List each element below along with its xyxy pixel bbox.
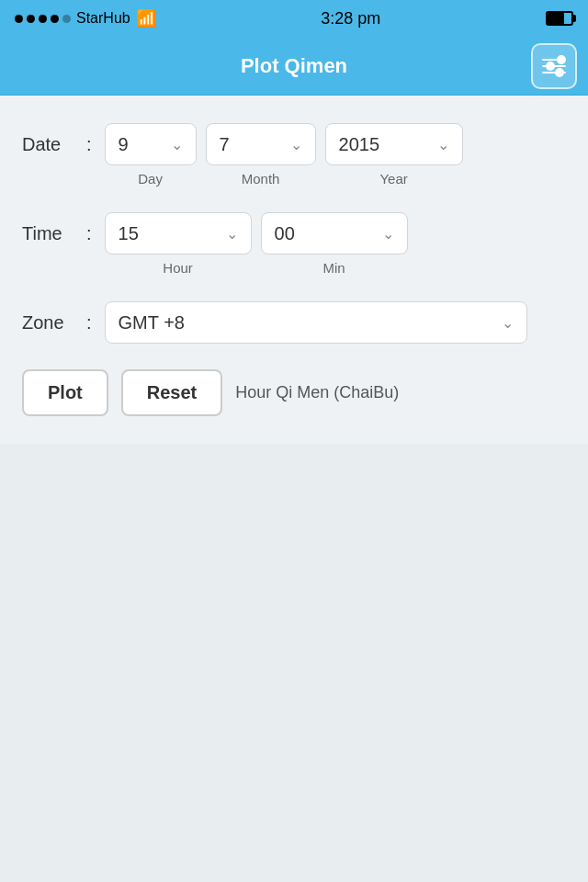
month-picker: 7 ⌄ Month — [206, 123, 316, 187]
status-right — [546, 11, 573, 26]
zone-value: GMT +8 — [119, 312, 185, 334]
signal-dot-4 — [51, 15, 59, 23]
method-label: Hour Qi Men (ChaiBu) — [235, 383, 399, 402]
nav-bar: Plot Qimen — [0, 37, 588, 96]
year-picker: 2015 ⌄ Year — [325, 123, 463, 187]
signal-dot-3 — [39, 15, 47, 23]
time-row: Time : 15 ⌄ Hour 00 ⌄ Min — [22, 212, 566, 276]
status-left: StarHub 📶 — [15, 8, 156, 28]
slider-line-1 — [542, 59, 566, 61]
buttons-row: Plot Reset Hour Qi Men (ChaiBu) — [22, 369, 566, 416]
date-controls: 9 ⌄ Day 7 ⌄ Month 2015 ⌄ Year — [105, 123, 566, 187]
battery-fill — [548, 13, 564, 24]
signal-dot-5 — [62, 15, 71, 23]
signal-dots — [15, 15, 71, 23]
settings-button[interactable] — [531, 43, 577, 89]
zone-controls: GMT +8 ⌄ — [105, 301, 566, 344]
min-value: 00 — [275, 223, 295, 244]
content-area: Date : 9 ⌄ Day 7 ⌄ Month 2015 ⌄ — [0, 96, 588, 444]
day-picker: 9 ⌄ Day — [105, 123, 197, 187]
day-select[interactable]: 9 ⌄ — [105, 123, 197, 165]
reset-button[interactable]: Reset — [121, 369, 222, 416]
date-colon: : — [86, 123, 92, 155]
carrier-label: StarHub — [76, 10, 130, 27]
slider-knob-1 — [557, 55, 566, 64]
month-label: Month — [242, 171, 280, 187]
hour-arrow-icon: ⌄ — [226, 225, 238, 243]
year-value: 2015 — [339, 134, 380, 155]
zone-colon: : — [86, 301, 92, 334]
month-value: 7 — [220, 134, 230, 155]
month-select[interactable]: 7 ⌄ — [206, 123, 316, 165]
hour-select[interactable]: 15 ⌄ — [105, 212, 252, 254]
status-time: 3:28 pm — [321, 9, 380, 28]
zone-row: Zone : GMT +8 ⌄ — [22, 301, 566, 344]
min-label: Min — [322, 260, 345, 276]
time-colon: : — [86, 212, 92, 244]
min-arrow-icon: ⌄ — [382, 225, 394, 243]
date-row: Date : 9 ⌄ Day 7 ⌄ Month 2015 ⌄ — [22, 123, 566, 187]
min-picker: 00 ⌄ Min — [261, 212, 408, 276]
zone-select[interactable]: GMT +8 ⌄ — [105, 301, 527, 344]
slider-line-3 — [542, 72, 566, 74]
battery-icon — [546, 11, 573, 26]
slider-knob-2 — [546, 62, 555, 71]
hour-label: Hour — [163, 260, 193, 276]
year-arrow-icon: ⌄ — [437, 136, 449, 153]
month-arrow-icon: ⌄ — [290, 136, 302, 153]
slider-knob-3 — [555, 68, 564, 77]
date-label: Date — [22, 123, 86, 155]
zone-label: Zone — [22, 301, 86, 334]
time-controls: 15 ⌄ Hour 00 ⌄ Min — [105, 212, 566, 276]
year-label: Year — [379, 171, 407, 187]
hour-picker: 15 ⌄ Hour — [105, 212, 252, 276]
zone-picker: GMT +8 ⌄ — [105, 301, 527, 344]
hour-value: 15 — [119, 223, 139, 244]
zone-arrow-icon: ⌄ — [502, 314, 514, 332]
plot-button[interactable]: Plot — [22, 369, 108, 416]
day-label: Day — [138, 171, 163, 187]
nav-title: Plot Qimen — [241, 54, 347, 78]
slider-line-2 — [542, 65, 566, 67]
min-select[interactable]: 00 ⌄ — [261, 212, 408, 254]
status-bar: StarHub 📶 3:28 pm — [0, 0, 588, 37]
wifi-icon: 📶 — [136, 8, 156, 28]
sliders-icon — [542, 59, 566, 74]
day-value: 9 — [119, 134, 129, 155]
day-arrow-icon: ⌄ — [171, 136, 183, 153]
time-label: Time — [22, 212, 86, 244]
signal-dot-2 — [27, 15, 35, 23]
signal-dot-1 — [15, 15, 23, 23]
year-select[interactable]: 2015 ⌄ — [325, 123, 463, 165]
